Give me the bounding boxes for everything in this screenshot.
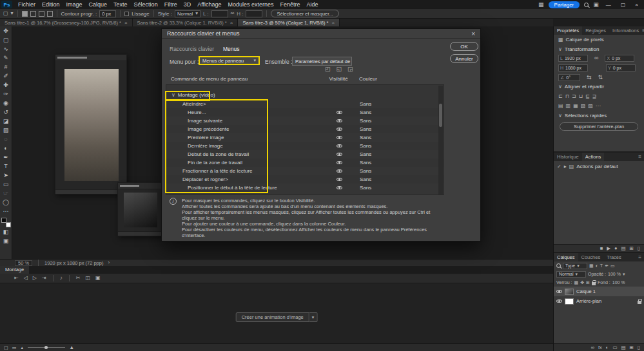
new-group-icon[interactable]: ▤ <box>621 345 625 350</box>
visibility-eye-icon[interactable] <box>556 299 562 303</box>
tab-proprietes[interactable]: Propriétés <box>554 26 582 35</box>
adjustment-layer-icon[interactable]: ◐ <box>606 345 609 350</box>
create-frame-animation-button[interactable]: Créer une animation d'image <box>236 312 309 322</box>
document-tab-1[interactable]: Sans titre-1 @ 16,7% (Grossesney-100.JPG… <box>0 19 133 26</box>
layer-effects-icon[interactable]: fx <box>598 345 602 350</box>
delete-layer-icon[interactable]: ▯ <box>638 345 640 350</box>
filter-adjustment-icon[interactable]: ◐ <box>596 263 598 268</box>
color-swatches[interactable] <box>1 218 11 227</box>
visibility-cell[interactable] <box>321 186 357 189</box>
distribute-icon-4[interactable]: ▧ <box>581 103 586 109</box>
create-animation-caret-icon[interactable]: ▾ <box>309 312 318 322</box>
foreground-color-swatch[interactable] <box>1 218 6 223</box>
group-row-montage-video[interactable]: ∨ Montage (vidéo) <box>166 90 444 100</box>
color-cell[interactable]: Sans <box>357 101 444 107</box>
eraser-tool-icon[interactable]: ◪ <box>0 117 12 126</box>
visibility-cell[interactable] <box>321 178 357 181</box>
antialias-checkbox[interactable] <box>124 12 129 16</box>
menu-affichage[interactable]: Affichage <box>194 0 224 9</box>
align-left-icon[interactable]: ⊏ <box>558 93 563 99</box>
color-cell[interactable]: Sans <box>357 176 444 182</box>
angle-field[interactable]: ∠ 0° <box>558 74 580 81</box>
search-icon[interactable] <box>584 3 589 7</box>
table-row[interactable]: Heure... Sans <box>166 108 444 117</box>
visibility-eye-icon[interactable] <box>337 128 342 131</box>
active-tool-icon[interactable]: ▢ <box>3 11 8 16</box>
stop-icon[interactable]: ■ <box>600 246 603 251</box>
window-titlebar[interactable] <box>55 55 126 61</box>
transition-icon[interactable]: ◫ <box>85 276 90 281</box>
action-set-row[interactable]: ✓ ▸ ▤ Actions par défaut <box>554 161 644 172</box>
color-cell[interactable]: Sans <box>357 160 444 166</box>
visibility-cell[interactable] <box>321 144 357 147</box>
menu-calque[interactable]: Calque <box>86 0 111 9</box>
move-tool-icon[interactable]: ✥ <box>0 26 12 35</box>
play-action-icon[interactable]: ▶ <box>607 246 610 251</box>
record-icon[interactable]: ● <box>614 246 618 251</box>
flip-horizontal-icon[interactable]: ⇆ <box>587 75 592 81</box>
hand-tool-icon[interactable]: ☞ <box>0 189 12 198</box>
color-cell[interactable]: Sans <box>357 168 444 174</box>
height-input[interactable] <box>246 10 262 17</box>
visibility-eye-icon[interactable] <box>337 169 342 173</box>
menu-fenetre[interactable]: Fenêtre <box>277 0 304 9</box>
close-tab-icon[interactable]: × <box>124 20 128 26</box>
tab-montage[interactable]: Montage <box>0 266 29 274</box>
new-set-icon[interactable]: ▤ <box>621 246 625 251</box>
restore-button[interactable]: ▢ <box>618 2 629 8</box>
selection-subtract-icon[interactable] <box>39 11 44 17</box>
type-tool-icon[interactable]: T <box>0 162 12 171</box>
group-caret-icon[interactable]: ∨ <box>171 93 175 98</box>
visibility-cell[interactable] <box>321 111 357 114</box>
tab-actions[interactable]: Actions <box>582 153 605 161</box>
workspace-switcher-icon[interactable]: ▣ <box>593 2 599 8</box>
previous-frame-icon[interactable]: ◁ <box>24 276 28 281</box>
menu-texte[interactable]: Texte <box>110 0 131 9</box>
timeline-zoom-slider[interactable] <box>28 347 65 348</box>
visibility-cell[interactable] <box>321 153 357 156</box>
crop-tool-icon[interactable]: # <box>0 62 12 71</box>
align-center-v-icon[interactable]: ⊑ <box>585 93 590 99</box>
visibility-cell[interactable] <box>321 169 357 173</box>
align-center-h-icon[interactable]: ⊓ <box>565 93 569 99</box>
remove-background-button[interactable]: Supprimer l'arrière-plan <box>560 122 638 131</box>
color-cell[interactable]: Sans <box>357 143 444 149</box>
table-scrollbar[interactable] <box>438 86 443 195</box>
shape-tool-icon[interactable]: ▭ <box>0 180 12 189</box>
distribute-icon-2[interactable]: ▥ <box>566 103 571 109</box>
marquee-tool-icon[interactable]: ▢ <box>0 35 12 44</box>
x-field[interactable]: X 0 px <box>605 55 634 62</box>
share-button[interactable]: Partager <box>549 1 580 8</box>
transform-section-header[interactable]: ∨ Transformation <box>554 44 644 54</box>
quick-actions-header[interactable]: ∨ Sélections rapides <box>554 111 644 120</box>
quick-selection-tool-icon[interactable]: ✎ <box>0 53 12 62</box>
layer-row-calque-1[interactable]: Calque 1 <box>554 287 644 296</box>
eyedropper-tool-icon[interactable]: ✐ <box>0 71 12 81</box>
dialog-titlebar[interactable]: Raccourcis clavier et menus × <box>162 29 480 39</box>
opacity-value[interactable]: 100 % <box>608 272 621 276</box>
panel-menu-icon[interactable]: ≡ <box>638 154 644 160</box>
zoom-tool-icon[interactable]: ◯ <box>0 198 12 207</box>
panel-menu-icon[interactable]: ≡ <box>638 254 644 260</box>
filter-shape-icon[interactable]: ✒ <box>605 263 609 268</box>
path-selection-tool-icon[interactable]: ➤ <box>0 171 12 180</box>
table-row[interactable]: Image suivante Sans <box>166 117 444 125</box>
visibility-cell[interactable] <box>321 161 357 164</box>
set-dropdown[interactable]: Paramètres par défaut de Ph... ▾ <box>292 57 352 66</box>
document-tab-3[interactable]: Sans titre-3 @ 50% (Calque 1, RVB/8) * × <box>238 19 340 26</box>
menu-aide[interactable]: Aide <box>304 0 322 9</box>
save-set-as-icon[interactable]: ◱ <box>337 66 342 72</box>
visibility-eye-icon[interactable] <box>337 161 342 164</box>
visibility-eye-icon[interactable] <box>337 136 342 139</box>
width-input[interactable] <box>211 10 228 17</box>
distribute-icon-1[interactable]: ▤ <box>558 103 563 109</box>
lock-position-icon[interactable]: ✥ <box>580 280 584 285</box>
visibility-cell[interactable] <box>321 119 357 122</box>
filter-type-icon[interactable]: T <box>600 263 603 268</box>
distribute-icon-3[interactable]: ▦ <box>573 103 578 109</box>
lock-artboard-icon[interactable]: ⊞ <box>586 280 590 285</box>
new-layer-icon[interactable]: ⊞ <box>630 345 634 350</box>
color-cell[interactable]: Sans <box>357 135 444 140</box>
table-row[interactable]: Fractionner à la tête de lecture Sans <box>166 167 444 175</box>
align-top-icon[interactable]: ⊔ <box>579 93 583 99</box>
